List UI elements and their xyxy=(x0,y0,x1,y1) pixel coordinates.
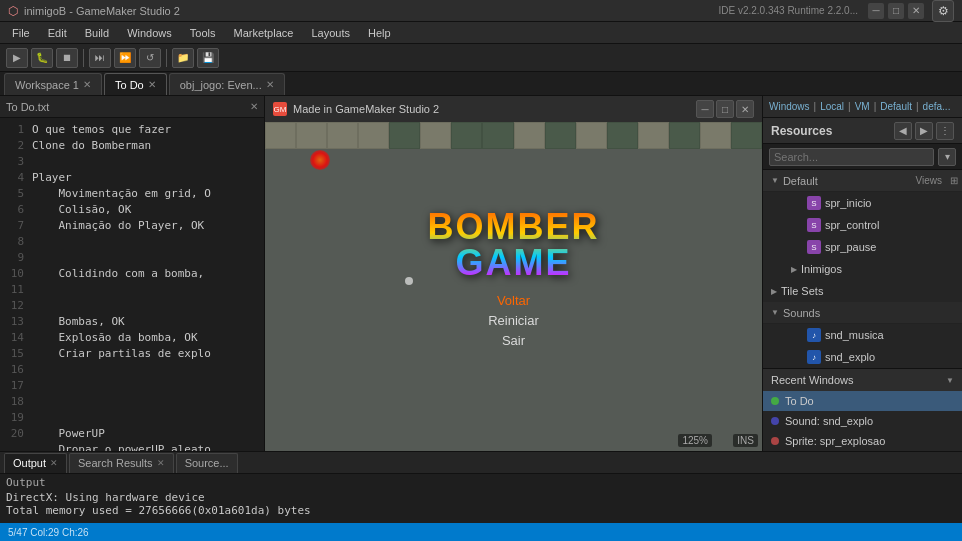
run-button[interactable]: ▶ xyxy=(6,48,28,68)
tree-item-spr-pause[interactable]: S spr_pause xyxy=(763,236,962,258)
game-canvas: BOMBER GAME Voltar Reiniciar Sair xyxy=(265,122,762,451)
recent-item-todo[interactable]: To Do xyxy=(763,391,962,411)
recent-todo-label: To Do xyxy=(785,395,814,407)
minimize-button[interactable]: ─ xyxy=(868,3,884,19)
tree-item-snd-musica[interactable]: ♪ snd_musica xyxy=(763,324,962,346)
default-link[interactable]: Default xyxy=(880,101,912,112)
tree-header-default[interactable]: ▼ Default Views ⊞ xyxy=(763,170,962,192)
spr-inicio-label: spr_inicio xyxy=(825,197,871,209)
output-tab-label: Output xyxy=(13,457,46,469)
right-panel: Windows | Local | VM | Default | defa...… xyxy=(762,96,962,451)
bottom-tab-output[interactable]: Output ✕ xyxy=(4,453,67,473)
line-num-7: 7 xyxy=(0,218,24,234)
game-title-icon: GM xyxy=(273,102,287,116)
windows-sep-4: | xyxy=(916,101,919,112)
search-tab-label: Search Results xyxy=(78,457,153,469)
tab-workspace1-label: Workspace 1 xyxy=(15,79,79,91)
views-button[interactable]: Views xyxy=(916,175,943,186)
line-num-8: 8 xyxy=(0,234,24,250)
search-tab-close[interactable]: ✕ xyxy=(157,458,165,468)
code-content: 1 2 3 4 5 6 7 8 9 10 11 12 13 14 15 16 1… xyxy=(0,118,264,451)
vm-link[interactable]: VM xyxy=(855,101,870,112)
line-num-5: 5 xyxy=(0,186,24,202)
game-option-sair: Sair xyxy=(389,330,638,350)
bottom-tabs: Output ✕ Search Results ✕ Source... xyxy=(0,452,962,474)
toolbar-btn-7[interactable]: 📁 xyxy=(172,48,194,68)
menu-windows[interactable]: Windows xyxy=(119,25,180,41)
game-minimize-button[interactable]: ─ xyxy=(696,100,714,118)
output-tab-close[interactable]: ✕ xyxy=(50,458,58,468)
tree-item-spr-inicio[interactable]: S spr_inicio xyxy=(763,192,962,214)
tab-todo-close[interactable]: ✕ xyxy=(148,79,156,90)
clean-button[interactable]: ⏹ xyxy=(56,48,78,68)
windows-sep-2: | xyxy=(848,101,851,112)
recent-item-sprite[interactable]: Sprite: spr_explosao xyxy=(763,431,962,451)
tab-workspace1-close[interactable]: ✕ xyxy=(83,79,91,90)
tab-workspace1[interactable]: Workspace 1 ✕ xyxy=(4,73,102,95)
tile-r1c5 xyxy=(389,122,420,149)
source-tab-label: Source... xyxy=(185,457,229,469)
toolbar-btn-4[interactable]: ⏭ xyxy=(89,48,111,68)
toolbar-btn-5[interactable]: ⏩ xyxy=(114,48,136,68)
code-text[interactable]: O que temos que fazer Clone do Bomberman… xyxy=(28,118,264,451)
tree-item-spr-control[interactable]: S spr_control xyxy=(763,214,962,236)
toolbar-separator-2 xyxy=(166,49,167,67)
menu-edit[interactable]: Edit xyxy=(40,25,75,41)
menu-layouts[interactable]: Layouts xyxy=(303,25,358,41)
line-num-9: 9 xyxy=(0,250,24,266)
snd-musica-label: snd_musica xyxy=(825,329,884,341)
recent-header[interactable]: Recent Windows ▼ xyxy=(763,369,962,391)
bottom-tab-source[interactable]: Source... xyxy=(176,453,238,473)
windows-sep-1: | xyxy=(814,101,817,112)
tree-header-sounds[interactable]: ▼ Sounds xyxy=(763,302,962,324)
code-panel: To Do.txt ✕ 1 2 3 4 5 6 7 8 9 10 11 12 1… xyxy=(0,96,265,451)
tab-todo-label: To Do xyxy=(115,79,144,91)
menu-build[interactable]: Build xyxy=(77,25,117,41)
game-panel: GM Made in GameMaker Studio 2 ─ □ ✕ xyxy=(265,96,762,451)
code-filename: To Do.txt xyxy=(6,101,49,113)
resources-menu-button[interactable]: ⋮ xyxy=(936,122,954,140)
settings-button[interactable]: ⚙ xyxy=(932,0,954,22)
recent-item-sound[interactable]: Sound: snd_explo xyxy=(763,411,962,431)
toolbar-btn-6[interactable]: ↺ xyxy=(139,48,161,68)
menu-help[interactable]: Help xyxy=(360,25,399,41)
resources-search-input[interactable] xyxy=(769,148,934,166)
line-num-16: 16 xyxy=(0,362,24,378)
tab-event[interactable]: obj_jogo: Even... ✕ xyxy=(169,73,285,95)
main-layout: To Do.txt ✕ 1 2 3 4 5 6 7 8 9 10 11 12 1… xyxy=(0,96,962,451)
tile-r1c16 xyxy=(731,122,762,149)
maximize-button[interactable]: □ xyxy=(888,3,904,19)
toolbar-btn-8[interactable]: 💾 xyxy=(197,48,219,68)
defa-link[interactable]: defa... xyxy=(923,101,951,112)
game-maximize-button[interactable]: □ xyxy=(716,100,734,118)
line-num-3: 3 xyxy=(0,154,24,170)
menu-marketplace[interactable]: Marketplace xyxy=(225,25,301,41)
bottom-tab-search[interactable]: Search Results ✕ xyxy=(69,453,174,473)
resources-forward-button[interactable]: ▶ xyxy=(915,122,933,140)
grid-icon: ⊞ xyxy=(950,175,958,186)
windows-link[interactable]: Windows xyxy=(769,101,810,112)
tab-event-close[interactable]: ✕ xyxy=(266,79,274,90)
close-app-button[interactable]: ✕ xyxy=(908,3,924,19)
chevron-sounds: ▼ xyxy=(771,308,779,317)
chevron-tilesets: ▶ xyxy=(771,287,777,296)
menu-file[interactable]: File xyxy=(4,25,38,41)
resources-search: ▾ xyxy=(763,144,962,170)
app-icon: ⬡ xyxy=(8,4,18,18)
tree-item-snd-explo[interactable]: ♪ snd_explo xyxy=(763,346,962,368)
tile-r1c15 xyxy=(700,122,731,149)
tree-item-tilesets[interactable]: ▶ Tile Sets xyxy=(763,280,962,302)
local-link[interactable]: Local xyxy=(820,101,844,112)
code-file-close[interactable]: ✕ xyxy=(250,101,258,112)
windows-sep-3: | xyxy=(874,101,877,112)
spr-inicio-icon: S xyxy=(807,196,821,210)
resources-search-options[interactable]: ▾ xyxy=(938,148,956,166)
game-icon-text: GM xyxy=(274,105,287,114)
tree-item-inimigos[interactable]: ▶ Inimigos xyxy=(763,258,962,280)
resources-back-button[interactable]: ◀ xyxy=(894,122,912,140)
tab-todo[interactable]: To Do ✕ xyxy=(104,73,167,95)
ide-version: IDE v2.2.0.343 Runtime 2.2.0... xyxy=(718,5,858,16)
debug-button[interactable]: 🐛 xyxy=(31,48,53,68)
game-close-button[interactable]: ✕ xyxy=(736,100,754,118)
menu-tools[interactable]: Tools xyxy=(182,25,224,41)
